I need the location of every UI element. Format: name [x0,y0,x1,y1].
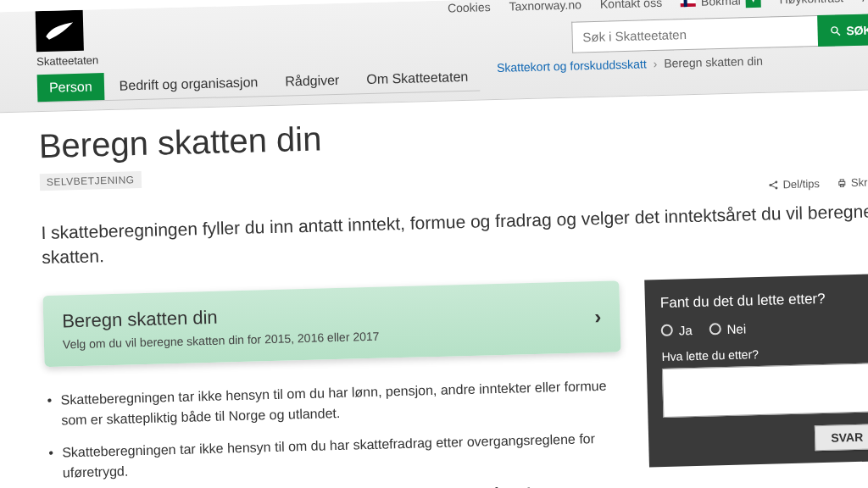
feedback-question: Fant du det du lette etter? [660,289,868,312]
list-item: Husk at skattemeldingen for inntektsåret… [48,480,625,488]
share-icon [768,180,778,190]
page-title: Beregn skatten din [38,105,868,165]
search-input[interactable] [571,15,818,53]
toggle-contrast[interactable]: Høykontrast [779,0,843,6]
breadcrumb-current: Beregn skatten din [664,54,763,70]
radio-icon [661,324,673,336]
list-item: Skatteberegningen tar ikke hensyn til om… [45,375,622,431]
cta-subtitle: Velg om du vil beregne skatten din for 2… [63,329,380,351]
print-icon [837,178,847,188]
utility-links: Cookies Taxnorway.no Kontakt oss Bokmål … [448,0,868,16]
share-link[interactable]: Del/tips [768,177,820,191]
breadcrumb-parent[interactable]: Skattekort og forskuddsskatt [497,57,647,75]
nav-tab-om[interactable]: Om Skatteetaten [354,63,481,93]
intro-text: I skatteberegningen fyller du inn antatt… [41,198,868,270]
chevron-right-icon: › [594,305,602,329]
nav-tab-person[interactable]: Person [37,73,105,102]
cta-title: Beregn skatten din [62,302,379,333]
feedback-submit-button[interactable]: SVAR [815,424,868,451]
feedback-textarea[interactable] [662,363,868,418]
svg-rect-8 [840,179,843,181]
list-item: Skatteberegningen tar ikke hensyn til om… [47,428,624,484]
chevron-down-icon: ▾ [745,0,760,8]
nav-tab-bedrift[interactable]: Bedrift og organisasjon [107,69,270,100]
radio-icon [709,323,721,335]
info-list: Skatteberegningen tar ikke hensyn til om… [45,375,625,488]
feedback-box: Fant du det du lette etter? Ja Nei Hva l… [644,274,868,468]
nav-tab-radgiver[interactable]: Rådgiver [273,66,352,95]
flag-icon [681,0,696,7]
svg-line-1 [837,32,840,36]
feedback-radio-no[interactable]: Nei [709,321,746,336]
link-taxnorway[interactable]: Taxnorway.no [509,0,581,13]
link-cookies[interactable]: Cookies [448,0,491,14]
search-icon [829,25,841,36]
language-selector[interactable]: Bokmål ▾ [681,0,761,9]
svg-point-0 [831,26,837,32]
link-contact[interactable]: Kontakt oss [600,0,663,10]
chevron-right-icon: › [653,57,657,70]
search-button[interactable]: SØK [817,14,868,47]
logo[interactable]: Skatteetaten [36,8,181,68]
feedback-radio-yes[interactable]: Ja [661,323,693,338]
feedback-prompt: Hva lette du etter? [661,344,868,363]
svg-line-6 [771,185,776,187]
svg-line-5 [771,182,776,185]
language-label: Bokmål [701,0,741,8]
primary-nav: Person Bedrift og organisasjon Rådgiver … [37,63,481,103]
page-tag: SELVBETJENING [40,171,142,191]
svg-point-4 [776,186,778,189]
print-link[interactable]: Skriv ut [837,175,868,190]
cta-calculate-tax[interactable]: Beregn skatten din Velg om du vil beregn… [42,280,620,367]
logo-mark-icon [36,10,84,52]
font-size-control[interactable]: A A [862,0,868,6]
